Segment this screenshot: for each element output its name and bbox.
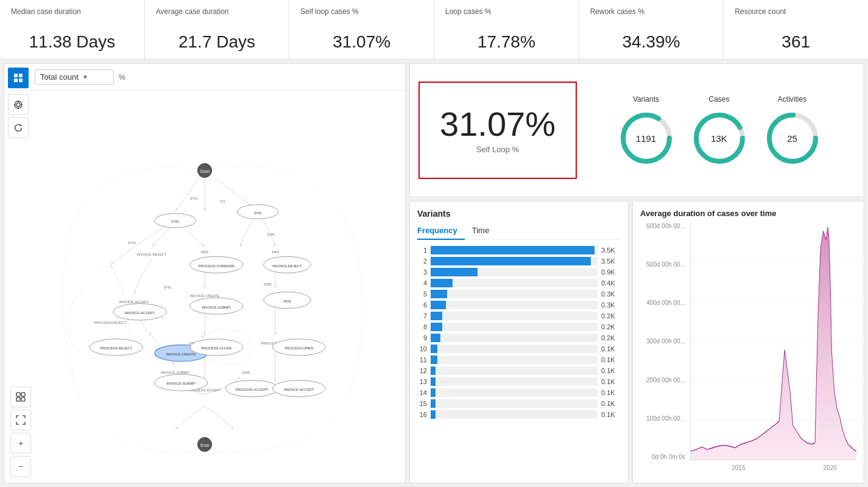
y-label-5: 500d 00h 00...	[640, 261, 685, 268]
metric-label-median: Median case duration	[11, 7, 133, 16]
bottom-left-tools: + −	[10, 387, 31, 477]
svg-text:INVOICE-SUBMIT: INVOICE-SUBMIT	[166, 382, 196, 385]
metric-value-avg: 21.7 Days	[156, 32, 278, 52]
variant-row-16: 16 0.1K	[417, 410, 621, 419]
activities-label: Activities	[765, 95, 820, 103]
fullscreen-button[interactable]	[10, 410, 31, 430]
metric-label-loop: Loop cases %	[445, 7, 568, 16]
activities-circle: 25	[765, 111, 820, 166]
cases-value: 13K	[711, 133, 727, 144]
target-icon-button[interactable]	[8, 94, 29, 115]
chart-title: Average duration of cases over time	[640, 209, 856, 218]
metric-label-avg: Average case duration	[156, 7, 278, 16]
svg-text:INVOICE-REJECT: INVOICE-REJECT	[272, 264, 302, 268]
metric-self-loop: Self loop cases % 31.07%	[289, 0, 434, 59]
bottom-panels: Variants Frequency Time 1 3.5K 2 3.5K 3 …	[409, 201, 864, 483]
activities-value: 25	[787, 133, 797, 144]
zoom-in-button[interactable]: +	[10, 433, 31, 454]
percent-label: %	[119, 73, 125, 82]
total-count-dropdown[interactable]: Total count ▼	[35, 69, 114, 85]
svg-text:2556: 2556	[264, 282, 272, 286]
tab-frequency[interactable]: Frequency	[417, 223, 465, 240]
x-label-2015: 2015	[732, 464, 745, 471]
chart-content	[690, 223, 856, 460]
variant-row-2: 2 3.5K	[417, 257, 621, 265]
self-loop-percent: 31.07%	[438, 107, 557, 141]
metric-avg-duration: Average case duration 21.7 Days	[145, 0, 290, 59]
svg-text:3741: 3741	[190, 197, 198, 200]
variant-rows-container: 1 3.5K 2 3.5K 3 0.9K 4 0.4K 5 0.3K 6 0.	[417, 246, 621, 419]
cases-label: Cases	[692, 95, 747, 103]
metric-value-selfloop: 31.07%	[300, 32, 423, 52]
svg-text:INVOICE-ACCEPT: INVOICE-ACCEPT	[125, 311, 155, 315]
right-panel: 31.07% Self Loop % Variants Cases Activi…	[409, 63, 864, 483]
refresh-icon-button[interactable]	[8, 117, 29, 138]
grid-view-button[interactable]	[10, 387, 31, 407]
dropdown-arrow-icon: ▼	[82, 74, 88, 80]
svg-text:3741: 3741	[163, 286, 171, 289]
svg-text:PROCESS-REJECT: PROCESS-REJECT	[94, 321, 127, 324]
variant-row-13: 13 0.1K	[417, 377, 621, 386]
metric-rework: Rework cases % 34.39%	[579, 0, 724, 59]
dropdown-label: Total count	[40, 72, 79, 82]
stats-panel: 31.07% Self Loop % Variants Cases Activi…	[409, 63, 864, 197]
svg-rect-67	[21, 393, 25, 396]
y-label-4: 400d 00h 00...	[640, 300, 685, 306]
variant-row-6: 6 0.3K	[417, 301, 621, 309]
variants-panel: Variants Frequency Time 1 3.5K 2 3.5K 3 …	[409, 201, 629, 483]
variant-row-7: 7 0.2K	[417, 312, 621, 320]
svg-text:2556: 2556	[283, 300, 291, 303]
svg-text:2345: 2345	[242, 371, 250, 374]
svg-point-5	[16, 103, 20, 107]
variant-row-15: 15 0.1K	[417, 399, 621, 408]
variant-row-10: 10 0.1K	[417, 345, 621, 353]
variant-row-1: 1 3.5K	[417, 246, 621, 254]
svg-text:PROCESS-FORWARD: PROCESS-FORWARD	[198, 264, 235, 268]
svg-text:INVOICE-SUBMIT: INVOICE-SUBMIT	[161, 371, 190, 374]
y-label-6: 600d 00h 00...	[640, 223, 685, 229]
main-content: Total count ▼ %	[0, 60, 868, 487]
svg-rect-3	[19, 79, 23, 82]
svg-text:INVOICE-ACCEPT: INVOICE-ACCEPT	[119, 300, 149, 304]
process-map-panel: Total count ▼ %	[4, 63, 406, 483]
variants-panel-title: Variants	[417, 209, 621, 219]
y-label-2: 200d 00h 00...	[640, 377, 685, 384]
tab-time[interactable]: Time	[472, 223, 496, 239]
y-label-3: 300d 00h 00...	[640, 338, 685, 345]
svg-text:Start: Start	[200, 169, 210, 174]
svg-rect-1	[19, 74, 23, 77]
chart-area: 600d 00h 00... 500d 00h 00... 400d 00h 0…	[640, 223, 856, 472]
self-loop-label: Self Loop %	[438, 145, 557, 154]
map-icon-button[interactable]	[8, 68, 29, 88]
cases-circle: 13K	[692, 111, 747, 166]
svg-text:PROCESS-REJECT: PROCESS-REJECT	[100, 346, 132, 350]
process-map-header: Total count ▼ %	[4, 64, 405, 91]
metrics-bar: Median case duration 11.38 Days Average …	[0, 0, 868, 60]
metric-label-resource: Resource count	[735, 7, 857, 16]
zoom-out-button[interactable]: −	[10, 456, 31, 477]
metric-value-loop: 17.78%	[445, 32, 568, 52]
svg-text:721: 721	[219, 200, 225, 203]
variants-value: 1191	[636, 133, 656, 144]
y-label-1: 100d 00h 00...	[640, 415, 685, 422]
circles-row: 1191 13K	[619, 111, 820, 166]
variant-row-11: 11 0.1K	[417, 356, 621, 364]
metric-label-selfloop: Self loop cases %	[300, 7, 423, 16]
metric-value-resource: 361	[735, 32, 857, 52]
variant-row-5: 5 0.3K	[417, 290, 621, 298]
variants-circle: 1191	[619, 111, 674, 166]
variant-row-9: 9 0.2K	[417, 334, 621, 342]
svg-text:INVOICE-ACCEPT: INVOICE-ACCEPT	[284, 388, 314, 391]
svg-text:INVOICE-SUBMIT: INVOICE-SUBMIT	[202, 306, 231, 309]
variant-row-4: 4 0.4K	[417, 279, 621, 287]
process-map-canvas[interactable]: Start 5742 3741 INVOICE-REJECT 2841 1942…	[4, 117, 405, 483]
y-axis: 600d 00h 00... 500d 00h 00... 400d 00h 0…	[640, 223, 689, 460]
svg-rect-69	[21, 398, 25, 401]
svg-text:PROCESS-CLOSE: PROCESS-CLOSE	[201, 346, 231, 350]
svg-text:INVOICE-CREATE: INVOICE-CREATE	[190, 294, 220, 298]
metric-loop-cases: Loop cases % 17.78%	[434, 0, 579, 59]
svg-text:PROCESS-OPEN: PROCESS-OPEN	[284, 346, 313, 350]
metric-value-rework: 34.39%	[590, 32, 713, 52]
variant-row-8: 8 0.2K	[417, 323, 621, 331]
metric-label-rework: Rework cases %	[590, 7, 713, 16]
